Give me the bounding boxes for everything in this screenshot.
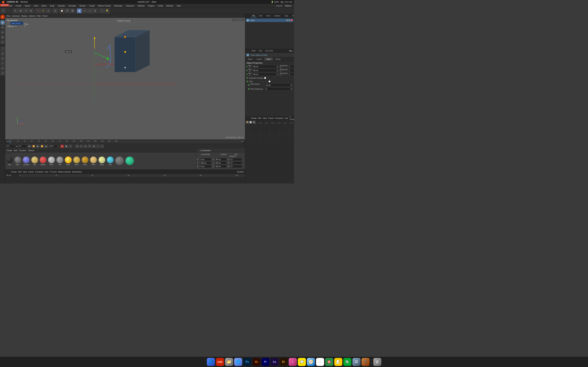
menu-character[interactable]: Character: [125, 4, 135, 7]
seg-x-input[interactable]: [288, 65, 294, 68]
bt-content[interactable]: 30 cm 0 10 20 30 40 50 60: [5, 174, 245, 184]
coord-x-size[interactable]: [215, 158, 227, 161]
mat-item-extra1[interactable]: [115, 156, 124, 166]
menu-snap[interactable]: Snap: [49, 4, 55, 7]
view-menu[interactable]: View: [6, 15, 10, 17]
props-tab-coord[interactable]: Coord.: [255, 58, 264, 61]
x-axis-btn[interactable]: ✕: [35, 8, 40, 13]
obj-ctrl-1[interactable]: [286, 19, 288, 21]
mat-item-10[interactable]: Mat.3: [90, 156, 97, 166]
seg-z-input[interactable]: [288, 73, 294, 76]
bars-btn[interactable]: ≡: [100, 144, 104, 148]
url-bar[interactable]: https://www...: [10, 22, 23, 25]
end-frame-input[interactable]: [49, 145, 57, 148]
props-tab-object[interactable]: Object: [264, 58, 273, 61]
tab-view[interactable]: View: [265, 15, 272, 17]
current-frame-input[interactable]: [18, 145, 27, 148]
grid-btn[interactable]: ⊞: [92, 144, 95, 148]
mat-item-2[interactable]: chungsa: [23, 156, 30, 166]
transport-rewind-btn[interactable]: ⏪: [32, 144, 35, 148]
mat-create[interactable]: Create: [6, 150, 12, 151]
sidebar-texture-mode[interactable]: ⊞: [0, 25, 5, 30]
transport-prev-btn[interactable]: ⏮: [28, 144, 31, 148]
seg-y-input[interactable]: [288, 69, 294, 72]
motion-btn[interactable]: P: [88, 144, 91, 148]
mat-edit[interactable]: Edit: [14, 150, 17, 151]
mat-item-8[interactable]: Mat.5: [73, 156, 80, 166]
bt-create[interactable]: Create: [11, 171, 17, 173]
object-manager-btn[interactable]: 📋: [60, 8, 64, 13]
nav-left[interactable]: ◀: [289, 50, 291, 52]
transport-next-btn[interactable]: ⏭: [44, 144, 48, 148]
menu-select[interactable]: Select: [24, 4, 31, 7]
mode-edit[interactable]: Edit: [258, 50, 263, 52]
snap-btn[interactable]: ⊕: [75, 144, 79, 148]
mode-userdata[interactable]: User Data: [264, 50, 274, 52]
sidebar-tool2[interactable]: ◎: [0, 51, 5, 56]
mat-texture[interactable]: Texture: [28, 150, 34, 151]
mat-item-1[interactable]: Mat.7: [14, 156, 21, 166]
cube-btn[interactable]: ▣: [77, 8, 82, 13]
nav-up[interactable]: ▲: [291, 50, 293, 52]
undo-button[interactable]: ↩: [1, 8, 6, 13]
brush-btn[interactable]: ✏: [82, 8, 87, 13]
display-menu[interactable]: Display: [21, 15, 27, 17]
rbt-create[interactable]: Create: [251, 117, 257, 119]
coord-y-size[interactable]: [215, 161, 227, 164]
sidebar-model-mode[interactable]: ▣: [0, 20, 5, 25]
size-x-arrows[interactable]: ▲ ▼: [277, 65, 278, 68]
help-btn[interactable]: ?: [69, 144, 72, 148]
rbt-key[interactable]: Key: [285, 117, 288, 119]
scale-tool[interactable]: ⊞: [18, 8, 23, 13]
fillet-subdiv-input[interactable]: [265, 87, 290, 91]
nurbs-btn[interactable]: ⬡: [87, 8, 92, 13]
menu-plugins[interactable]: Plugins: [147, 4, 155, 7]
bt-view[interactable]: View: [23, 171, 27, 173]
bt-fcurve[interactable]: F-Curve: [50, 171, 57, 173]
menu-animate[interactable]: Animate: [57, 4, 66, 7]
props-tab-basic[interactable]: Basic: [246, 58, 254, 61]
menu-mograph[interactable]: MoGraph: [113, 4, 123, 7]
coord-x-rot[interactable]: [231, 158, 242, 161]
coord-x-pos[interactable]: [200, 158, 211, 161]
menu-window[interactable]: Window: [166, 4, 174, 7]
bt-key[interactable]: Key: [45, 171, 48, 173]
coord-y-rot[interactable]: [231, 161, 242, 164]
fillet-r-arrows[interactable]: ▲ ▼: [291, 84, 293, 86]
anim-btn2[interactable]: ⊚: [84, 144, 87, 148]
fillet-s-arrows[interactable]: ▲ ▼: [291, 88, 293, 90]
sidebar-tool5[interactable]: ≋: [0, 66, 5, 70]
c4d-sphere-logo[interactable]: C: [0, 15, 5, 19]
bt-motionsystem[interactable]: Motion System: [58, 171, 71, 173]
dots-btn[interactable]: ⋯: [96, 144, 100, 148]
size-y-arrows[interactable]: ▲ ▼: [277, 69, 278, 72]
record-btn[interactable]: ⏺: [60, 144, 64, 148]
start-frame-input[interactable]: [6, 145, 15, 148]
sidebar-tool6[interactable]: ⊙: [0, 71, 5, 75]
sidebar-tool4[interactable]: 〜: [0, 61, 5, 66]
size-y-input[interactable]: [253, 69, 276, 72]
sidebar-edge-mode[interactable]: ⊟: [0, 30, 5, 34]
fillet-label[interactable]: Fillet . . . . . . . . . .: [249, 81, 270, 83]
separate-surfaces-checkbox[interactable]: [264, 77, 266, 79]
size-x-input[interactable]: [253, 65, 276, 68]
mat-item-9[interactable]: Mat.4: [82, 156, 88, 166]
anim-btn[interactable]: 🎬: [65, 8, 70, 13]
separate-surfaces-label[interactable]: Separate Surfaces: [249, 77, 266, 79]
sidebar-tool3[interactable]: $: [0, 57, 5, 61]
props-tab-phong[interactable]: Phong: [273, 58, 282, 61]
filter-menu[interactable]: Filter: [37, 15, 41, 17]
transport-ff-btn[interactable]: ⏩: [40, 144, 44, 148]
deform-btn[interactable]: ⊕: [93, 8, 97, 13]
rbt-fcurve[interactable]: F-Curve: [290, 116, 294, 120]
tab-file[interactable]: File: [251, 14, 256, 17]
light-btn[interactable]: 💡: [105, 8, 110, 13]
viewport-opts-btn[interactable]: ≡: [235, 18, 238, 21]
rbt-frame[interactable]: Frame: [268, 117, 274, 119]
menu-render[interactable]: Render: [79, 4, 86, 7]
menu-create[interactable]: Create: [15, 4, 22, 7]
tab-edit[interactable]: Edit: [258, 15, 264, 17]
render-btn[interactable]: 🎞: [70, 8, 75, 13]
mat-item-4[interactable]: lanttern: [40, 156, 47, 166]
obj-ctrl-3[interactable]: [291, 19, 293, 21]
